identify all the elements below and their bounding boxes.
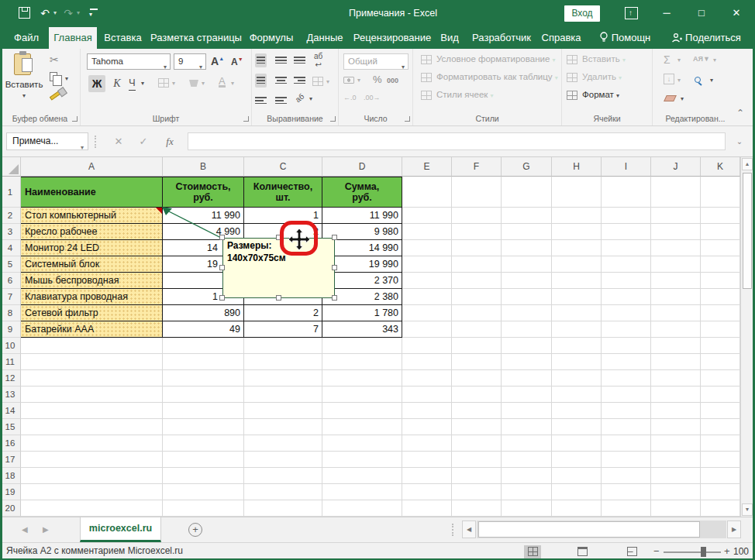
cell-E18[interactable] (402, 468, 452, 484)
align-right-icon[interactable] (294, 75, 305, 86)
cell-K8[interactable] (701, 305, 740, 321)
cell-D11[interactable] (322, 354, 402, 370)
cell-H1[interactable] (552, 177, 602, 208)
column-header-J[interactable]: J (651, 157, 701, 177)
row-header-11[interactable]: 11 (0, 354, 21, 370)
merge-center-icon[interactable] (312, 77, 323, 86)
cell-C17[interactable] (244, 452, 322, 468)
zoom-level[interactable]: 100 % (733, 543, 755, 560)
row-header-2[interactable]: 2 (0, 208, 21, 224)
font-dialog-launcher-icon[interactable] (243, 116, 249, 122)
scroll-down-icon[interactable]: ▼ (742, 503, 753, 516)
row-header-16[interactable]: 16 (0, 435, 21, 452)
cell-E5[interactable] (402, 256, 452, 273)
font-size-combo[interactable]: 9▾ (174, 53, 206, 70)
cell-J12[interactable] (651, 370, 701, 387)
cell-J3[interactable] (651, 224, 701, 240)
cell-J6[interactable] (651, 273, 701, 289)
cell-B10[interactable] (163, 338, 244, 354)
cell-J19[interactable] (651, 484, 701, 500)
cell-A7[interactable]: Клавиатура проводная (21, 289, 163, 305)
cell-A9[interactable]: Батарейки AAA (21, 321, 163, 338)
tab-home[interactable]: Главная (49, 27, 97, 49)
find-select-dropdown-icon[interactable]: ▾ (710, 77, 713, 84)
cell-A8[interactable]: Сетевой фильтр (21, 305, 163, 321)
wrap-text-icon[interactable]: аб↩ (314, 52, 322, 69)
cell-H7[interactable] (552, 289, 602, 305)
cell-A20[interactable] (21, 500, 163, 517)
insert-cells-button[interactable]: Вставить ▾ (582, 54, 626, 64)
cell-K9[interactable] (701, 321, 740, 338)
column-header-C[interactable]: C (244, 157, 322, 177)
cell-A5[interactable]: Системный блок (21, 256, 163, 273)
cell-G14[interactable] (502, 403, 552, 419)
cell-K14[interactable] (701, 403, 740, 419)
cell-E13[interactable] (402, 387, 452, 403)
cell-I17[interactable] (602, 452, 651, 468)
cell-E14[interactable] (402, 403, 452, 419)
cell-B13[interactable] (163, 387, 244, 403)
column-header-I[interactable]: I (602, 157, 651, 177)
cell-E2[interactable] (402, 208, 452, 224)
row-header-9[interactable]: 9 (0, 321, 21, 338)
cell-D18[interactable] (322, 468, 402, 484)
cell-D2[interactable]: 11 990 (322, 208, 402, 224)
cell-G8[interactable] (502, 305, 552, 321)
fill-color-icon[interactable] (189, 80, 198, 87)
cell-H12[interactable] (552, 370, 602, 387)
cell-D10[interactable] (322, 338, 402, 354)
cell-F9[interactable] (452, 321, 502, 338)
tab-review[interactable]: Рецензирование (352, 27, 433, 49)
cell-F12[interactable] (452, 370, 502, 387)
cell-D14[interactable] (322, 403, 402, 419)
cell-I15[interactable] (602, 419, 651, 435)
row-header-8[interactable]: 8 (0, 305, 21, 321)
cell-D15[interactable] (322, 419, 402, 435)
view-page-layout-icon[interactable] (574, 545, 591, 558)
maximize-button[interactable]: □ (688, 0, 715, 26)
cell-C8[interactable]: 2 (244, 305, 322, 321)
cell-A18[interactable] (21, 468, 163, 484)
cell-B16[interactable] (163, 435, 244, 452)
sheet-tab-active[interactable]: microexcel.ru (80, 517, 161, 542)
cell-G16[interactable] (502, 435, 552, 452)
cell-E10[interactable] (402, 338, 452, 354)
cell-C20[interactable] (244, 500, 322, 517)
column-header-A[interactable]: A (21, 157, 163, 177)
cell-G7[interactable] (502, 289, 552, 305)
cell-D20[interactable] (322, 500, 402, 517)
cell-B19[interactable] (163, 484, 244, 500)
cell-C13[interactable] (244, 387, 322, 403)
cell-C15[interactable] (244, 419, 322, 435)
cell-H3[interactable] (552, 224, 602, 240)
cell-H11[interactable] (552, 354, 602, 370)
tab-file[interactable]: Файл (6, 27, 47, 49)
column-header-B[interactable]: B (163, 157, 244, 177)
orientation-icon[interactable]: аб (294, 92, 306, 105)
cell-G20[interactable] (502, 500, 552, 517)
cell-styles-button[interactable]: Стили ячеек ▾ (436, 90, 494, 99)
cell-D19[interactable] (322, 484, 402, 500)
delete-cells-button[interactable]: Удалить ▾ (582, 72, 622, 81)
cell-F14[interactable] (452, 403, 502, 419)
row-header-4[interactable]: 4 (0, 240, 21, 256)
cell-H15[interactable] (552, 419, 602, 435)
row-header-7[interactable]: 7 (0, 289, 21, 305)
qat-customize-dropdown-icon[interactable]: ▾ (89, 11, 92, 18)
cell-D1[interactable]: Сумма, руб. (322, 177, 402, 208)
cell-H14[interactable] (552, 403, 602, 419)
cell-A4[interactable]: Монитор 24 LED (21, 240, 163, 256)
cell-H17[interactable] (552, 452, 602, 468)
comment-handle-s[interactable] (276, 295, 281, 301)
ribbon-display-options-icon[interactable] (625, 7, 638, 19)
save-icon[interactable] (19, 7, 30, 19)
cell-J9[interactable] (651, 321, 701, 338)
cell-J1[interactable] (651, 177, 701, 208)
cell-E4[interactable] (402, 240, 452, 256)
formula-input[interactable] (188, 132, 726, 150)
row-header-1[interactable]: 1 (0, 177, 21, 208)
sheet-nav-right-icon[interactable]: ▶ (43, 517, 49, 542)
row-header-13[interactable]: 13 (0, 387, 21, 403)
enter-icon[interactable]: ✓ (133, 132, 153, 150)
cell-F17[interactable] (452, 452, 502, 468)
